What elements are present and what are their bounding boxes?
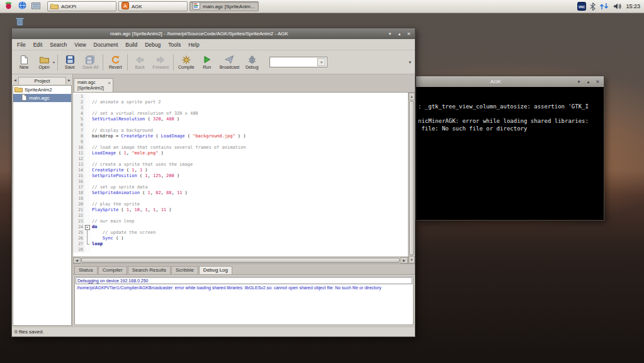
launcher-web-browser[interactable] [16,1,28,11]
bluetooth-icon[interactable] [590,3,596,11]
terminal-output[interactable]: : _gtk_tree_view_column_autosize: assert… [416,87,604,220]
debug-button[interactable]: Debug [242,52,262,72]
tree-item-main-agc[interactable]: main.agc [13,94,71,102]
toolbar-label: Compile [178,65,195,69]
fold-margin [84,230,90,236]
maximize-button[interactable]: ▴ [395,30,404,38]
tab-close-icon[interactable]: ✕ [108,81,111,86]
tab-status[interactable]: Status [74,266,98,274]
save-all-button[interactable]: Save All [80,52,101,72]
scroll-right-icon[interactable]: ▶ [400,257,408,263]
vertical-scrollbar[interactable]: ▲ ▼ [408,93,415,263]
ide-body: ◀ Project ▶ SpriteAnim2main.agc main.agc… [12,74,415,326]
line-number: 2 [73,100,84,105]
vnc-icon[interactable]: VNC [577,2,586,11]
tab-scroll-right-icon[interactable]: ▶ [66,78,72,82]
tab-compiler[interactable]: Compiler [98,266,127,274]
code-lines[interactable]: 12// animate a sprite part 234// set a v… [73,93,408,256]
horizontal-scrollbar[interactable]: ◀ ▶ [73,256,408,263]
menu-view[interactable]: View [71,40,89,49]
code-line: 23// our main loop [73,219,408,224]
new-button[interactable]: New [14,52,34,72]
broadcast-button[interactable]: Broadcast [217,52,242,72]
task-button[interactable]: main.agc [SpriteAnim... [189,1,259,11]
open-dropdown-caret[interactable]: ▾ [53,60,55,64]
toolbar-label: Broadcast [220,65,240,69]
line-number: 26 [73,236,84,241]
tab-scribble[interactable]: Scribble [171,266,198,274]
search-input[interactable] [271,59,316,66]
line-number: 3 [73,105,84,111]
code-text: PlaySprite ( 1, 10, 1, 1, 11 ) [90,207,172,213]
code-line: 1 [73,94,408,100]
fold-margin [84,219,90,224]
code-text: // animate a sprite part 2 [90,100,161,105]
line-number: 4 [73,111,84,117]
clear-search-icon[interactable]: ✕ [317,58,325,66]
task-button[interactable]: AGKPi [47,1,116,11]
save-button[interactable]: Save [60,52,80,72]
fold-margin [84,179,90,185]
tree-item-spriteanim2[interactable]: SpriteAnim2 [13,86,71,94]
terminal-titlebar[interactable]: AGK ▾ ▴ ✕ [416,76,604,87]
menu-build[interactable]: Build [121,40,141,49]
line-number: 22 [73,213,84,219]
menu-file[interactable]: File [13,40,30,49]
back-button[interactable]: Back [130,52,150,72]
debug-log-row[interactable]: /home/pi/AGKPi/Tier1/Compiler/AGKBroadca… [76,285,412,291]
launcher-file-manager[interactable] [30,1,42,11]
line-number: 19 [73,196,84,202]
line-number: 23 [73,219,84,224]
tab-debug-log[interactable]: Debug Log [199,266,232,274]
compile-button[interactable]: Compile [176,52,197,72]
fold-margin [84,247,90,253]
menu-edit[interactable]: Edit [30,40,47,49]
scroll-left-icon[interactable]: ◀ [73,257,81,263]
line-number: 9 [73,139,84,145]
toolbar-overflow-caret[interactable]: ▾ [407,60,413,65]
editor-column: main.agc [SpriteAnim2] ✕ 12// animate a … [73,74,415,326]
taskbar-launchers [2,1,42,11]
scroll-down-icon[interactable]: ▼ [409,256,415,263]
menu-tools[interactable]: Tools [164,40,184,49]
horizontal-scroll-thumb[interactable] [81,258,400,263]
launcher-menu[interactable] [2,1,14,11]
volume-icon[interactable] [613,3,622,10]
new-icon [20,55,28,64]
tab-scroll-left-icon[interactable]: ◀ [12,78,18,82]
menu-help[interactable]: Help [184,40,203,49]
revert-button[interactable]: Revert [105,52,125,72]
open-button[interactable]: Open [34,52,54,72]
task-button[interactable]: AAGK [118,1,188,11]
vertical-scroll-thumb[interactable] [409,101,414,255]
menu-search[interactable]: Search [46,40,71,49]
forward-button[interactable]: Forward [150,52,171,72]
ide-titlebar[interactable]: main.agc [SpriteAnim2] - /home/pi/Source… [12,28,415,39]
scroll-up-icon[interactable]: ▲ [409,93,415,100]
folder-icon [50,3,59,11]
menu-debug[interactable]: Debug [141,40,164,49]
debug-log-row[interactable]: Debugging on device 192.168.0.250 [76,277,412,284]
shade-button[interactable]: ▾ [386,30,394,38]
tab-search-results[interactable]: Search Results [128,266,171,274]
menu-document[interactable]: Document [90,40,122,49]
fold-margin [84,156,90,162]
line-number: 24 [73,224,84,230]
close-button[interactable]: ✕ [405,30,413,38]
code-text [90,213,92,219]
tab-project[interactable]: Project [18,77,66,84]
code-line: 18SetSpriteAnimation ( 1, 82, 88, 11 ) [73,190,408,196]
maximize-button[interactable]: ▴ [584,78,592,86]
code-text [90,122,92,128]
close-button[interactable]: ✕ [594,78,602,86]
project-tree: SpriteAnim2main.agc [13,85,72,326]
code-line: 20// play the sprite [73,202,408,207]
tree-label: main.agc [29,95,49,101]
tab-main-agc[interactable]: main.agc [SpriteAnim2] ✕ [74,78,113,92]
toolbar-label: Run [203,65,211,69]
code-line: 21PlaySprite ( 1, 10, 1, 1, 11 ) [73,207,408,213]
net-arrows-icon[interactable] [599,3,609,10]
run-button[interactable]: Run [197,52,217,72]
file-icon [21,94,27,102]
shade-button[interactable]: ▾ [575,78,583,86]
